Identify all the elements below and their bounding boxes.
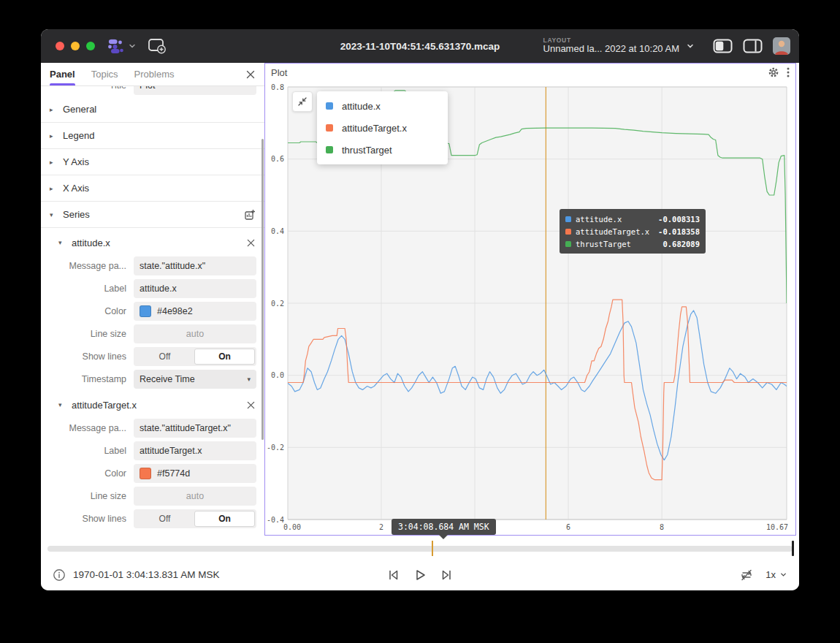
add-panel-icon[interactable] xyxy=(148,37,167,55)
playback-speed-select[interactable]: 1x xyxy=(765,569,787,580)
remove-series-icon[interactable] xyxy=(246,238,256,248)
remove-series-icon[interactable] xyxy=(246,400,256,410)
plot-panel-title: Plot xyxy=(271,67,287,78)
caret-down-icon: ▾ xyxy=(58,239,66,246)
svg-text:0.6: 0.6 xyxy=(271,155,284,163)
svg-text:6: 6 xyxy=(566,523,570,531)
show-lines-on-button[interactable]: On xyxy=(194,511,255,527)
window-controls xyxy=(56,42,95,50)
tooltip-value: -0.008313 xyxy=(658,215,700,224)
tooltip-swatch xyxy=(565,241,571,247)
maximize-window-button[interactable] xyxy=(86,42,95,50)
tooltip-swatch xyxy=(565,229,571,235)
label-row: Label attitude.x xyxy=(41,277,264,300)
label-input[interactable]: attitudeTarget.x xyxy=(134,441,256,460)
svg-text:0.00: 0.00 xyxy=(283,523,301,531)
line-size-input[interactable]: auto xyxy=(134,487,256,506)
svg-text:0.2: 0.2 xyxy=(271,300,284,308)
svg-text:10.67: 10.67 xyxy=(766,523,788,531)
tab-panel[interactable]: Panel xyxy=(50,63,75,85)
caret-right-icon: ▸ xyxy=(50,185,57,192)
show-lines-row: Show lines Off On xyxy=(41,345,264,368)
sidebar-tabs: Panel Topics Problems xyxy=(41,63,264,86)
timestamp-select[interactable]: Receive Time ▾ xyxy=(134,370,256,389)
legend-item-thrust-target[interactable]: thrustTarget xyxy=(317,139,448,161)
chart-hover-tooltip: attitude.x -0.008313 attitudeTarget.x -0… xyxy=(560,209,706,254)
seek-bar[interactable] xyxy=(47,546,793,552)
show-lines-off-button[interactable]: Off xyxy=(135,511,194,527)
show-lines-toggle: Off On xyxy=(134,509,256,528)
plot-panel[interactable]: Plot 0.80.60.40.20.0-0.2-0.40 xyxy=(264,63,796,536)
tab-topics[interactable]: Topics xyxy=(91,63,118,85)
seek-backward-button[interactable] xyxy=(386,568,401,582)
loop-off-icon[interactable] xyxy=(739,568,754,582)
legend-item-attitude-target-x[interactable]: attitudeTarget.x xyxy=(317,117,448,139)
legend-item-attitude-x[interactable]: attitude.x xyxy=(317,95,448,117)
color-swatch[interactable] xyxy=(140,305,151,317)
svg-text:-0.2: -0.2 xyxy=(267,444,284,452)
message-path-input[interactable]: state."attitude.x" xyxy=(134,256,256,275)
panel-settings-sidebar: Panel Topics Problems Title Plot xyxy=(41,63,264,536)
chevron-down-icon xyxy=(779,571,787,579)
plot-panel-header: Plot xyxy=(265,64,795,81)
app-menu-chevron-icon[interactable] xyxy=(128,42,137,50)
show-lines-toggle: Off On xyxy=(134,347,256,366)
right-sidebar-toggle-icon[interactable] xyxy=(743,39,763,53)
tooltip-swatch xyxy=(565,216,571,222)
section-general[interactable]: ▸ General xyxy=(41,96,264,123)
minimize-window-button[interactable] xyxy=(71,42,80,50)
seek-playhead[interactable] xyxy=(792,541,794,556)
section-legend[interactable]: ▸ Legend xyxy=(41,123,264,149)
close-window-button[interactable] xyxy=(56,42,64,50)
user-avatar[interactable] xyxy=(773,37,790,55)
chevron-down-icon: ▾ xyxy=(247,376,251,383)
panel-settings-gear-icon[interactable] xyxy=(768,66,779,78)
series-header-attitude-x[interactable]: ▾ attitude.x xyxy=(41,231,264,254)
panel-menu-kebab-icon[interactable] xyxy=(787,66,790,78)
color-input[interactable]: #f5774d xyxy=(134,464,256,483)
title-setting-label: Title xyxy=(41,86,134,91)
seek-hover-marker xyxy=(432,541,433,556)
left-sidebar-toggle-icon[interactable] xyxy=(713,39,733,53)
message-path-row: Message pa... state."attitudeTarget.x" xyxy=(41,416,264,439)
color-swatch[interactable] xyxy=(140,468,151,479)
title-setting-input[interactable]: Plot xyxy=(134,86,256,95)
desktop-background: 2023-11-10T04:51:45.631370.mcap LAYOUT U… xyxy=(0,0,840,643)
seek-forward-button[interactable] xyxy=(439,568,454,582)
close-sidebar-icon[interactable] xyxy=(245,69,256,80)
foxglove-logo-icon[interactable] xyxy=(107,37,124,55)
settings-scroll-area: Title Plot ▸ General ▸ Legend ▸ Y xyxy=(41,86,264,536)
caret-down-icon: ▾ xyxy=(50,211,57,218)
message-path-input[interactable]: state."attitudeTarget.x" xyxy=(134,419,256,438)
add-series-icon[interactable] xyxy=(244,209,256,221)
legend-collapse-button[interactable] xyxy=(292,91,313,112)
play-button[interactable] xyxy=(413,568,427,582)
svg-text:0.0: 0.0 xyxy=(271,371,284,379)
collapse-arrows-icon xyxy=(297,96,308,107)
show-lines-on-button[interactable]: On xyxy=(194,349,255,365)
legend-swatch xyxy=(326,146,333,153)
color-input[interactable]: #4e98e2 xyxy=(134,302,256,321)
svg-text:-0.4: -0.4 xyxy=(267,516,284,524)
playback-info-icon[interactable] xyxy=(53,568,66,582)
show-lines-row: Show lines Off On xyxy=(41,507,264,530)
section-y-axis[interactable]: ▸ Y Axis xyxy=(41,149,264,175)
line-size-input[interactable]: auto xyxy=(134,324,256,343)
sidebar-scrollbar[interactable] xyxy=(261,139,264,440)
section-series[interactable]: ▾ Series xyxy=(41,202,264,228)
layout-selector[interactable]: LAYOUT Unnamed la... 2022 at 10:20 AM xyxy=(543,37,695,56)
series-header-attitude-target-x[interactable]: ▾ attitudeTarget.x xyxy=(41,393,264,416)
datasource-title[interactable]: 2023-11-10T04:51:45.631370.mcap xyxy=(340,41,500,52)
caret-right-icon: ▸ xyxy=(50,132,57,140)
plot-legend: attitude.x attitudeTarget.x thrustTarget xyxy=(317,91,448,164)
show-lines-off-button[interactable]: Off xyxy=(135,349,194,365)
current-timestamp[interactable]: 1970-01-01 3:04:13.831 AM MSK xyxy=(73,569,219,580)
label-row: Label attitudeTarget.x xyxy=(41,439,264,462)
line-size-row: Line size auto xyxy=(41,322,264,345)
label-input[interactable]: attitude.x xyxy=(134,279,256,298)
section-x-axis[interactable]: ▸ X Axis xyxy=(41,175,264,202)
tab-problems[interactable]: Problems xyxy=(134,63,175,85)
color-row: Color #f5774d xyxy=(41,462,264,484)
timestamp-row: Timestamp Receive Time ▾ xyxy=(41,368,264,390)
svg-text:0.8: 0.8 xyxy=(271,83,284,91)
